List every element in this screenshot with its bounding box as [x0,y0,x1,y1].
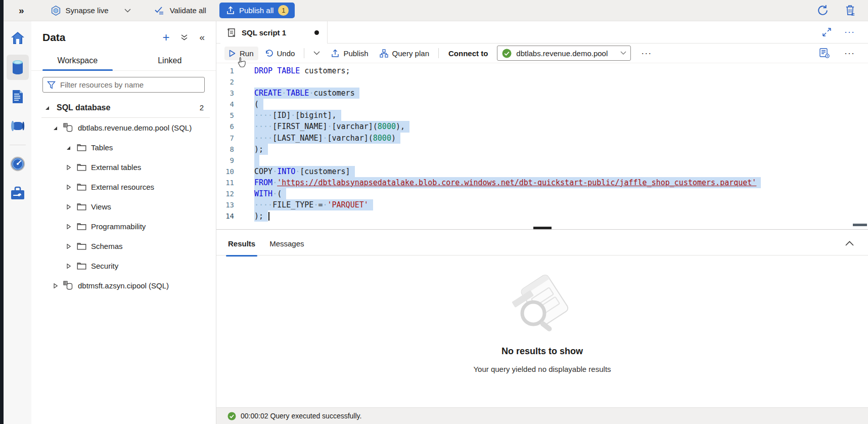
collapsed-caret-icon[interactable] [65,164,72,171]
code-token: · [295,167,300,176]
code-line-14[interactable]: ); [254,210,868,222]
tree-item-schemas[interactable]: Schemas [31,236,216,256]
dropdown-chevron-icon [620,51,626,55]
rail-divider [10,145,26,145]
tab-messages[interactable]: Messages [262,233,311,254]
collapse-panel-icon[interactable]: « [199,32,205,43]
scrollbar-thumb[interactable] [853,224,867,226]
toolbox-icon [10,186,25,200]
publish-all-button[interactable]: Publish all 1 [219,3,295,18]
script-properties-icon[interactable] [819,48,830,59]
expanded-caret-icon[interactable] [65,144,72,151]
pool-select-dropdown[interactable]: dbtlabs.revenue.demo.pool [497,46,631,61]
tree-item-external-tables[interactable]: External tables [31,157,216,177]
tree-item-label: Programmability [91,222,146,231]
no-results-illustration [502,274,583,337]
expanded-caret-icon[interactable] [43,104,51,111]
tab-results[interactable]: Results [221,233,262,254]
code-token: TABLE [286,89,309,98]
tab-more-icon[interactable]: ··· [844,27,855,37]
tab-linked[interactable]: Linked [124,52,216,71]
code-token: ···· [254,200,272,209]
tree-item-count: 2 [200,103,204,112]
validate-all-button[interactable]: Validate all [154,6,206,15]
code-token: WITH [254,189,272,198]
publish-icon [331,49,339,58]
collapsed-caret-icon[interactable] [65,184,72,191]
code-token: [varchar]( [328,134,373,143]
collapsed-caret-icon[interactable] [65,203,72,210]
collapsed-caret-icon[interactable] [65,243,72,250]
code-line-7[interactable]: ····[LAST_NAME]·[varchar](8000) [254,133,868,144]
double-chevron-down-icon[interactable] [180,34,188,41]
expanded-caret-icon[interactable] [52,124,59,132]
code-line-12[interactable]: WITH·( [254,188,868,199]
mode-switcher[interactable]: Synapse live [51,5,131,16]
refresh-icon[interactable] [816,4,829,17]
code-token: ···· [254,111,272,120]
pool-name: dbtlabs.revenue.demo.pool [516,49,608,58]
publish-button[interactable]: Publish [327,47,373,60]
tree-item-programmability[interactable]: Programmability [31,217,216,236]
tree-item-sql-database[interactable]: SQL database2 [31,98,216,117]
panel-title: Data [42,31,66,44]
code-line-4[interactable]: ( [254,99,868,110]
tab-workspace[interactable]: Workspace [31,52,124,71]
expand-sidebar-icon[interactable]: » [19,5,24,16]
separator [304,48,304,58]
nav-manage[interactable] [7,181,29,206]
code-area[interactable]: DROP TABLE customers;CREATE·TABLE·custom… [241,65,868,227]
code-line-10[interactable]: COPY·INTO·[customers] [254,166,868,177]
code-line-8[interactable]: ); [254,144,868,155]
line-number: 14 [216,210,234,222]
code-line-5[interactable]: ····[ID]·[bigint], [254,110,868,121]
code-line-2[interactable] [254,76,868,88]
code-token: FILE_TYPE [272,200,313,209]
results-splitter[interactable] [216,227,868,232]
code-token: ); [254,145,263,154]
collapsed-caret-icon[interactable] [65,263,72,270]
query-plan-icon [380,49,388,58]
code-line-6[interactable]: ····[FIRST_NAME]·[varchar](8000), [254,121,868,132]
undo-button[interactable]: Undo [260,47,300,60]
code-token [300,66,304,75]
more-commands-chevron[interactable] [309,49,325,58]
query-plan-button[interactable]: Query plan [375,47,434,60]
nav-data[interactable] [7,55,29,80]
code-line-11[interactable]: FROM·'https://dbtlabsynapsedatalake.blob… [254,177,868,188]
tree-item-security[interactable]: Security [31,256,216,276]
tree-item-dbtmsft-azsyn-cipool-sql[interactable]: dbtmsft.azsyn.cipool (SQL) [31,276,216,295]
tree-item-dbtlabs-revenue-demo-pool-sql[interactable]: dbtlabs.revenue.demo.pool (SQL) [31,118,216,138]
tree-item-external-resources[interactable]: External resources [31,177,216,197]
window-edge [0,0,4,424]
discard-trash-icon[interactable] [844,4,856,17]
expand-editor-icon[interactable] [823,28,831,36]
separator [438,48,439,58]
folder-icon [76,163,86,172]
splitter-drag-handle[interactable] [533,227,552,229]
collapse-results-chevron-icon[interactable] [845,241,854,246]
nav-monitor[interactable] [7,151,29,177]
line-number: 3 [216,88,234,99]
collapsed-caret-icon[interactable] [65,223,72,230]
no-results-subtitle: Your query yielded no displayable result… [473,365,611,373]
code-line-13[interactable]: ····FILE_TYPE·=·'PARQUET' [254,199,868,210]
tree-item-tables[interactable]: Tables [31,138,216,157]
add-resource-button[interactable]: + [162,33,169,42]
sql-code-editor[interactable]: 1234567891011121314 DROP TABLE customers… [216,63,868,227]
line-number: 4 [216,99,234,110]
tab-sql-script-1[interactable]: SQL script 1 [220,21,328,44]
code-line-1[interactable]: DROP TABLE customers; [254,65,868,76]
code-line-3[interactable]: CREATE·TABLE·customers [254,88,868,99]
run-button[interactable]: Run [224,47,258,60]
nav-home[interactable] [7,25,29,51]
editor-more-icon[interactable]: ··· [844,48,855,59]
nav-integrate[interactable] [7,113,29,139]
tree-item-views[interactable]: Views [31,197,216,217]
nav-develop[interactable] [7,84,29,109]
connect-more-icon[interactable]: ··· [641,48,652,59]
filter-resources-input[interactable] [60,80,200,89]
collapsed-caret-icon[interactable] [52,282,59,289]
folder-icon [76,262,86,271]
code-line-9[interactable] [254,155,868,166]
